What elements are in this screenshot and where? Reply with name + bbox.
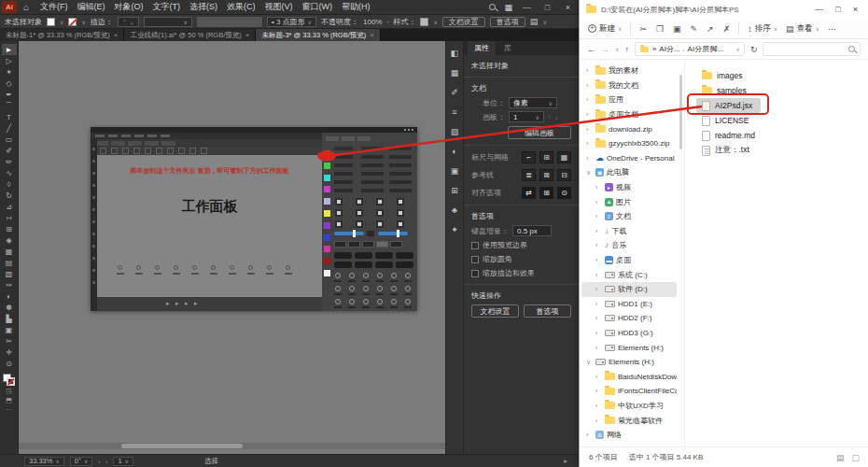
curvature-tool[interactable]: ⌒ [2,100,17,111]
menu-item[interactable]: 窗口(W) [298,1,338,13]
fill-stroke-control[interactable] [2,373,17,388]
stroke-swatch[interactable] [68,18,77,26]
menu-item[interactable]: 视图(V) [260,1,298,13]
chevron-right-icon[interactable]: › [595,330,602,336]
search-input[interactable] [763,42,861,56]
stroke-color-swatch[interactable] [7,377,15,386]
status-expand-icon[interactable]: ▸ [564,457,579,465]
view-button[interactable]: ▤查看∨ [786,23,819,35]
tab-close-icon[interactable]: × [245,31,250,39]
file-item[interactable]: samples [696,83,755,98]
magic-wand-tool[interactable]: ✶ [2,66,17,78]
opacity-value[interactable]: 100% [363,18,382,26]
eyedropper-tool[interactable]: ✑ [2,279,17,290]
chevron-right-icon[interactable]: › [586,67,593,74]
chevron-right-icon[interactable]: › [595,315,602,321]
layers-panel-icon[interactable]: ▣ [451,166,459,176]
pencil-tool[interactable]: ✏ [2,156,17,167]
menu-item[interactable]: 帮助(H) [337,1,375,13]
snap-to-grid-icon[interactable]: ⇄ [522,187,536,199]
gradient-tool[interactable]: ▧ [2,268,17,279]
sidebar-item[interactable]: ›紫光临摹软件 [581,413,677,428]
chevron-right-icon[interactable]: › [595,213,602,219]
artboard-dropdown[interactable]: 1∨ [509,111,544,122]
doc-setup-button[interactable]: 文档设置 [442,17,485,27]
checkbox-icon[interactable] [471,256,479,263]
transparency-panel-icon[interactable]: ◐ [452,147,456,156]
hand-tool[interactable]: ✛ [2,347,17,358]
type-tool[interactable]: T [2,111,17,122]
sidebar-scrollbar[interactable] [679,61,684,446]
sidebar-item[interactable]: ›BaiduNetdiskDownload [581,369,677,384]
style-swatch[interactable] [420,18,428,26]
tab-properties[interactable]: 属性 [468,41,496,55]
shaper-tool[interactable]: ∿ [2,167,17,178]
appearance-panel-icon[interactable]: ✦ [451,225,458,234]
workspace-switcher-chevron-icon[interactable]: ∨ [542,19,546,25]
sidebar-item[interactable]: ›▸视频 [581,180,677,195]
chevron-right-icon[interactable]: › [595,388,602,394]
chevron-right-icon[interactable]: › [595,199,602,205]
file-item[interactable]: LICENSE [696,113,757,128]
sidebar-item[interactable]: ›≋网络 [581,428,677,443]
blend-tool[interactable]: ◐ [2,290,17,302]
chevron-right-icon[interactable]: › [586,155,593,162]
rotate-tool[interactable]: ↻ [2,190,17,201]
workspace-switcher-icon[interactable]: ▤ [530,17,539,26]
menu-item[interactable]: 编辑(E) [73,1,110,13]
sidebar-item[interactable]: ∨Elements (H:) [581,355,677,370]
up-icon[interactable]: ↑ [624,45,629,54]
workspace-grid-icon[interactable]: ▦ [504,3,512,12]
cut-icon[interactable]: ✂ [639,24,647,34]
menu-item[interactable]: 效果(C) [222,1,260,13]
canvas[interactable]: 脚本放到这个文件夹后 重启，即可看到下方的工作面板工作面板▸▸▸▸ [19,41,445,454]
explorer-close-button[interactable]: × [853,5,858,14]
file-item[interactable]: 注意：.txt [696,143,758,158]
chevron-down-icon[interactable]: ∨ [586,169,593,177]
canvas-horizontal-scrollbar[interactable] [19,443,445,449]
gradient-panel-icon[interactable]: ▧ [451,127,459,136]
chevron-right-icon[interactable]: › [595,257,602,263]
preference-checkbox[interactable]: 使用预览边界 [471,240,571,250]
sidebar-item[interactable]: ›iFontsClientFileCache [581,384,677,399]
sidebar-item[interactable]: ›HDD1 (E:) [581,297,677,312]
recent-locations-icon[interactable]: ∨ [615,46,619,52]
swatches-panel-icon[interactable]: ▦ [451,68,459,78]
chevron-right-icon[interactable]: › [586,82,593,89]
sidebar-item[interactable]: ›▬桌面 [581,253,677,268]
maximize-button[interactable]: □ [541,3,553,12]
breadcrumb-segment[interactable]: AI分... [659,44,679,54]
checkbox-icon[interactable] [471,270,479,277]
tab-libraries[interactable]: 库 [497,41,518,55]
eraser-tool[interactable]: ◊ [2,178,17,190]
fill-swatch[interactable] [47,18,55,26]
lasso-tool[interactable]: ◇ [2,78,17,89]
sidebar-item[interactable]: ›≡文档 [581,209,677,224]
edit-toolbar-icon[interactable]: ⋯ [6,406,12,416]
close-button[interactable]: × [562,3,574,12]
copy-icon[interactable]: ❐ [656,24,664,34]
sidebar-item[interactable]: ›HDD3 (G:) [581,326,677,341]
quick-preferences-button[interactable]: 首选项 [524,304,571,318]
clear-guides-icon[interactable]: ⊟ [557,169,571,181]
new-button[interactable]: 新建 ∨ [588,23,622,35]
chevron-right-icon[interactable]: › [595,345,602,351]
snap-to-point-icon[interactable]: ⊙ [557,187,571,199]
sidebar-item[interactable]: ›download.zip [581,121,677,136]
brush-dropdown[interactable]: • 3 点圆形∨ [267,17,316,27]
chevron-right-icon[interactable]: › [595,374,602,380]
zoom-tool[interactable]: ⊙ [2,358,17,369]
rotation-dropdown[interactable]: 0°∨ [70,457,93,466]
sidebar-item[interactable]: ›中软UXD学习 [581,399,677,414]
document-tab[interactable]: 未标题-1* @ 33.33 % (RGB/预览)× [0,29,124,41]
stroke-weight-dropdown[interactable]: ∨ [144,17,192,27]
view-thumbnails-icon[interactable]: ▢ [851,453,860,462]
breadcrumb[interactable]: » AI分... › AI分层脚... ∨ [635,42,745,56]
width-tool[interactable]: ∺ [2,212,17,223]
scale-tool[interactable]: ⊿ [2,201,17,212]
line-segment-tool[interactable]: ╱ [2,122,17,134]
shape-builder-tool[interactable]: ◈ [2,234,17,246]
sidebar-scrollbar-thumb[interactable] [679,75,682,149]
column-graph-tool[interactable]: ▙ [2,313,17,324]
menu-item[interactable]: 对象(O) [110,1,148,13]
